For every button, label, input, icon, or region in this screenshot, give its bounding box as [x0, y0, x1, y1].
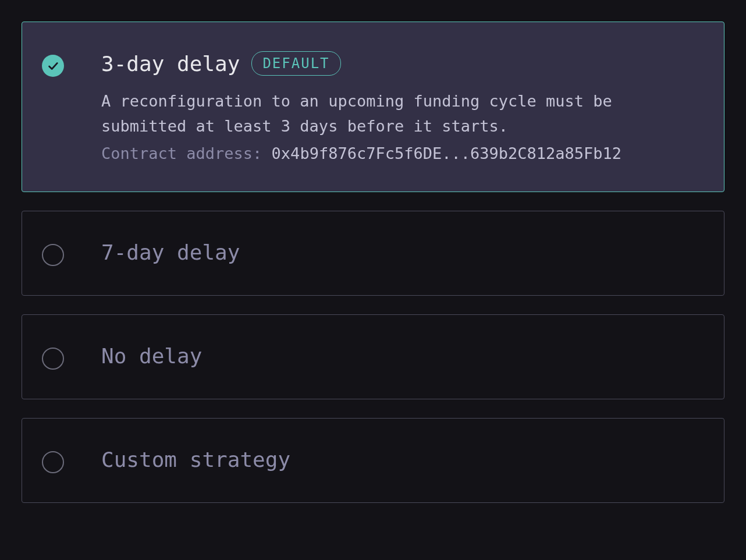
default-badge: DEFAULT [251, 51, 340, 76]
option-title-row: 7-day delay [101, 240, 703, 264]
option-description: A reconfiguration to an upcoming funding… [101, 88, 703, 139]
option-title: 3-day delay [101, 52, 240, 76]
option-content: Custom strategy [101, 448, 703, 472]
radio-unchecked-icon [42, 348, 64, 370]
option-content: 3-day delay DEFAULT A reconfiguration to… [101, 51, 703, 162]
option-3-day-delay[interactable]: 3-day delay DEFAULT A reconfiguration to… [22, 22, 724, 192]
option-7-day-delay[interactable]: 7-day delay [22, 211, 724, 296]
option-title: Custom strategy [101, 448, 290, 472]
option-content: 7-day delay [101, 240, 703, 264]
option-content: No delay [101, 344, 703, 368]
option-title: No delay [101, 344, 202, 368]
radio-checked-icon [42, 55, 64, 77]
option-no-delay[interactable]: No delay [22, 314, 724, 399]
radio-unchecked-icon [42, 451, 64, 473]
meta-label: Contract address: [101, 144, 272, 162]
option-meta: Contract address: 0x4b9f876c7Fc5f6DE...6… [101, 144, 703, 162]
option-title: 7-day delay [101, 240, 240, 264]
option-title-row: 3-day delay DEFAULT [101, 51, 703, 76]
option-custom-strategy[interactable]: Custom strategy [22, 418, 724, 503]
radio-unchecked-icon [42, 244, 64, 266]
option-title-row: Custom strategy [101, 448, 703, 472]
meta-value: 0x4b9f876c7Fc5f6DE...639b2C812a85Fb12 [272, 144, 621, 162]
option-title-row: No delay [101, 344, 703, 368]
